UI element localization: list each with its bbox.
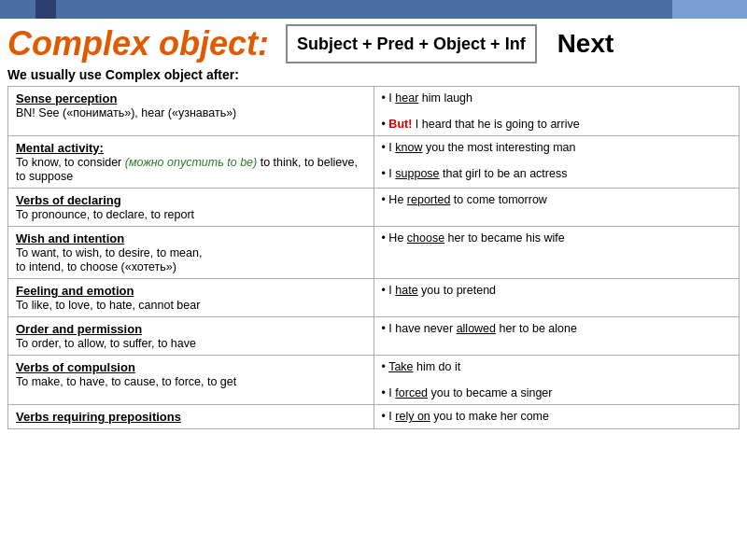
example-line: • I hate you to pretend <box>382 284 732 297</box>
category-title: Verbs of declaring <box>16 193 121 207</box>
table-row: Verbs of compulsionTo make, to have, to … <box>8 356 740 405</box>
example-line: • But! I heard that he is going to arriv… <box>382 118 732 131</box>
example-cell: • I hear him laugh• But! I heard that he… <box>374 87 740 136</box>
category-cell: Verbs of declaringTo pronounce, to decla… <box>8 189 374 227</box>
formula-box: Subject + Pred + Object + Inf <box>286 24 537 63</box>
subtitle: We usually use Complex object after: <box>0 65 747 86</box>
header-wrapper: Complex object: Subject + Pred + Object … <box>0 0 747 86</box>
table-row: Feeling and emotionTo like, to love, to … <box>8 279 740 317</box>
category-desc: To make, to have, to cause, to force, to… <box>16 375 236 388</box>
next-box[interactable]: Next <box>548 24 614 63</box>
category-cell: Order and permissionTo order, to allow, … <box>8 317 374 356</box>
category-desc: BN! See («понимать»), hear («узнавать») <box>16 106 236 119</box>
category-cell: Verbs of compulsionTo make, to have, to … <box>8 356 374 405</box>
example-cell: • He reported to come tomorrow <box>374 189 740 227</box>
category-title: Feeling and emotion <box>16 284 134 298</box>
example-line: • I hear him laugh <box>382 91 732 105</box>
example-line: • He reported to come tomorrow <box>382 193 732 206</box>
table-row: Order and permissionTo order, to allow, … <box>8 317 740 356</box>
table-row: Verbs of declaringTo pronounce, to decla… <box>8 189 740 227</box>
table-row: Sense perceptionBN! See («понимать»), he… <box>8 87 740 136</box>
table-row: Mental activity:To know, to consider (мо… <box>8 136 740 189</box>
category-cell: Feeling and emotionTo like, to love, to … <box>8 279 374 317</box>
example-cell: • Take him do it• I forced you to became… <box>374 356 740 405</box>
example-line: • I forced you to became a singer <box>382 386 732 399</box>
example-cell: • He choose her to became his wife <box>374 227 740 279</box>
example-line: • I suppose that girl to be an actress <box>382 167 732 180</box>
table-row: Wish and intentionTo want, to wish, to d… <box>8 227 740 279</box>
category-cell: Sense perceptionBN! See («понимать»), he… <box>8 87 374 136</box>
example-line: • I rely on you to make her come <box>382 410 732 423</box>
category-desc: To order, to allow, to suffer, to have <box>16 337 196 350</box>
example-cell: • I know you the most interesting man• I… <box>374 136 740 189</box>
category-desc: To know, to consider (можно опустить to … <box>16 156 358 183</box>
example-cell: • I have never allowed her to be alone <box>374 317 740 356</box>
category-cell: Mental activity:To know, to consider (мо… <box>8 136 374 189</box>
category-desc: To want, to wish, to desire, to mean,to … <box>16 246 202 273</box>
example-line: • I know you the most interesting man <box>382 141 732 154</box>
category-cell: Verbs requiring prepositions <box>8 405 374 429</box>
category-title: Mental activity: <box>16 141 104 155</box>
top-bar-right <box>672 0 747 19</box>
example-line: • Take him do it <box>382 360 732 373</box>
title-box: Complex object: <box>7 24 269 63</box>
top-bar <box>0 0 747 19</box>
formula-text: Subject + Pred + Object + Inf <box>297 35 526 54</box>
next-label[interactable]: Next <box>557 29 614 59</box>
category-title: Verbs requiring prepositions <box>16 410 181 424</box>
category-desc: To like, to love, to hate, cannot bear <box>16 299 200 312</box>
category-title: Sense perception <box>16 91 117 105</box>
table-row: Verbs requiring prepositions• I rely on … <box>8 405 740 429</box>
page-title: Complex object: <box>7 24 269 63</box>
example-cell: • I hate you to pretend <box>374 279 740 317</box>
header-area: Complex object: Subject + Pred + Object … <box>0 19 747 65</box>
example-cell: • I rely on you to make her come <box>374 405 740 429</box>
category-cell: Wish and intentionTo want, to wish, to d… <box>8 227 374 279</box>
category-title: Order and permission <box>16 322 142 336</box>
category-title: Wish and intention <box>16 231 124 245</box>
main-table: Sense perceptionBN! See («понимать»), he… <box>7 86 740 429</box>
category-desc: To pronounce, to declare, to report <box>16 208 194 221</box>
example-line: • I have never allowed her to be alone <box>382 322 732 335</box>
category-title: Verbs of compulsion <box>16 360 135 374</box>
top-bar-accent <box>35 0 56 19</box>
example-line: • He choose her to became his wife <box>382 231 732 245</box>
